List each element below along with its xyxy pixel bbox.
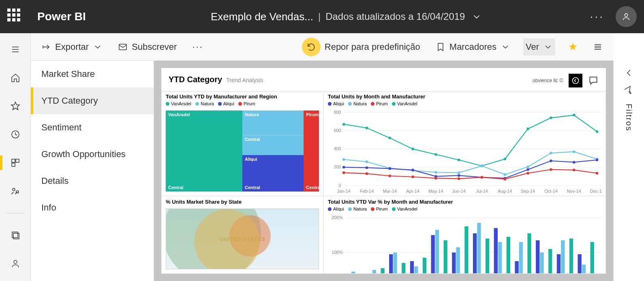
app-launcher-icon[interactable] — [7, 9, 24, 25]
filters-pane-collapsed[interactable]: Filtros — [613, 61, 644, 281]
nav-favorites[interactable] — [0, 96, 31, 117]
legend: AliquiNaturaPirumVanArsdel — [328, 206, 601, 211]
svg-text:Oct-14: Oct-14 — [544, 189, 558, 194]
page-nav-item[interactable]: Details — [31, 168, 154, 194]
svg-text:0: 0 — [339, 183, 341, 188]
svg-text:Nov-14: Nov-14 — [567, 189, 581, 194]
svg-point-61 — [458, 171, 460, 174]
svg-point-81 — [366, 172, 368, 175]
svg-rect-111 — [414, 266, 418, 274]
svg-point-63 — [504, 173, 507, 176]
avatar[interactable] — [616, 6, 637, 27]
svg-rect-141 — [569, 238, 573, 274]
svg-point-65 — [550, 152, 552, 155]
svg-point-64 — [526, 166, 529, 168]
svg-point-87 — [504, 178, 507, 181]
svg-rect-11 — [12, 232, 18, 238]
svg-point-46 — [389, 137, 392, 140]
visual-map[interactable]: % Units Market Share by State UNITED STA… — [161, 196, 323, 274]
svg-point-80 — [342, 171, 345, 174]
svg-rect-135 — [540, 253, 543, 274]
visual-line-chart[interactable]: Total Units by Month and Manufacturer Al… — [323, 91, 606, 196]
chevron-down-icon[interactable] — [472, 12, 481, 21]
view-button[interactable]: Ver — [523, 38, 555, 55]
filters-label: Filtros — [624, 104, 633, 131]
svg-rect-142 — [578, 254, 582, 274]
svg-rect-145 — [591, 242, 594, 274]
comment-icon[interactable] — [588, 75, 599, 86]
mail-icon — [118, 42, 128, 52]
svg-point-51 — [504, 158, 507, 160]
nav-recent[interactable] — [0, 124, 31, 145]
left-nav-rail — [0, 33, 31, 281]
svg-text:May-14: May-14 — [428, 189, 443, 194]
nav-home[interactable] — [0, 67, 31, 88]
svg-rect-139 — [561, 240, 565, 274]
svg-text:200: 200 — [334, 164, 341, 169]
bookmark-icon — [436, 42, 445, 52]
svg-rect-115 — [435, 230, 439, 274]
svg-point-62 — [481, 164, 484, 167]
svg-text:Jan-14: Jan-14 — [337, 189, 351, 194]
visual-treemap[interactable]: Total Units YTD by Manufacturer and Regi… — [161, 91, 323, 196]
legend: AliquiNaturaPirumVanArsdel — [328, 101, 601, 106]
svg-rect-114 — [431, 235, 435, 274]
svg-rect-16 — [119, 44, 126, 50]
nav-apps[interactable] — [0, 152, 31, 173]
svg-point-53 — [550, 117, 552, 119]
subscribe-button[interactable]: Subscrever — [116, 38, 179, 55]
page-subtitle: Trend Analysis — [226, 77, 263, 83]
page-nav-item[interactable]: YTD Category — [31, 87, 154, 114]
svg-point-79 — [596, 159, 599, 162]
svg-rect-8 — [12, 163, 15, 166]
page-navigation: Market ShareYTD CategorySentimentGrowth … — [31, 61, 154, 281]
nav-workspaces[interactable] — [0, 225, 31, 246]
svg-point-0 — [625, 14, 627, 17]
toolbar-more[interactable]: ··· — [190, 38, 205, 55]
page-nav-item[interactable]: Sentiment — [31, 114, 154, 141]
breadcrumb[interactable]: Exemplo de Vendas... | Dados atualizados… — [102, 11, 590, 23]
page-nav-item[interactable]: Info — [31, 194, 154, 221]
nav-hamburger[interactable] — [0, 39, 31, 60]
svg-point-90 — [573, 169, 576, 172]
svg-rect-110 — [410, 261, 414, 274]
svg-rect-113 — [423, 258, 426, 274]
svg-rect-131 — [519, 242, 523, 274]
more-options-icon[interactable]: ··· — [590, 10, 604, 23]
svg-text:800: 800 — [334, 110, 341, 115]
svg-rect-134 — [536, 240, 539, 274]
report-canvas: YTD Category Trend Analysis obvience llc… — [154, 61, 613, 281]
chevron-down-icon — [93, 42, 103, 52]
svg-text:Apr-14: Apr-14 — [406, 189, 419, 194]
svg-text:Mar-14: Mar-14 — [383, 189, 397, 194]
svg-point-66 — [573, 150, 576, 153]
svg-rect-129 — [507, 237, 510, 274]
svg-rect-105 — [381, 268, 384, 274]
report-name: Exemplo de Vendas... — [211, 11, 313, 23]
svg-point-82 — [389, 175, 392, 177]
svg-rect-137 — [548, 249, 552, 274]
copyright-label: obvience llc © — [533, 78, 563, 83]
back-button[interactable] — [569, 74, 582, 87]
svg-text:Dec-14: Dec-14 — [590, 189, 601, 194]
legend: VanArsdelNaturaAliquiPirum — [166, 101, 319, 106]
visual-bar-chart[interactable]: Total Units YTD Var % by Month and Manuf… — [323, 196, 606, 274]
line-chart-body: 0200400600800Jan-14Feb-14Mar-14Apr-14May… — [328, 110, 601, 194]
svg-rect-126 — [494, 228, 498, 274]
svg-point-84 — [434, 177, 437, 180]
favorite-toggle[interactable]: ★ — [566, 37, 580, 56]
bookmarks-button[interactable]: Marcadores — [433, 38, 513, 55]
page-nav-item[interactable]: Growth Opportunities — [31, 141, 154, 168]
svg-point-91 — [596, 172, 599, 175]
export-button[interactable]: Exportar — [39, 38, 105, 55]
app-title: Power BI — [37, 10, 86, 23]
list-view-toggle[interactable] — [591, 39, 605, 55]
nav-profile[interactable] — [0, 253, 31, 274]
svg-point-47 — [411, 148, 414, 151]
nav-shared[interactable] — [0, 181, 31, 202]
reset-button[interactable]: Repor para predefinição — [300, 34, 423, 60]
chevron-left-icon[interactable] — [624, 68, 634, 78]
page-nav-item[interactable]: Market Share — [31, 61, 154, 87]
svg-rect-138 — [557, 254, 561, 274]
svg-point-49 — [458, 159, 460, 162]
